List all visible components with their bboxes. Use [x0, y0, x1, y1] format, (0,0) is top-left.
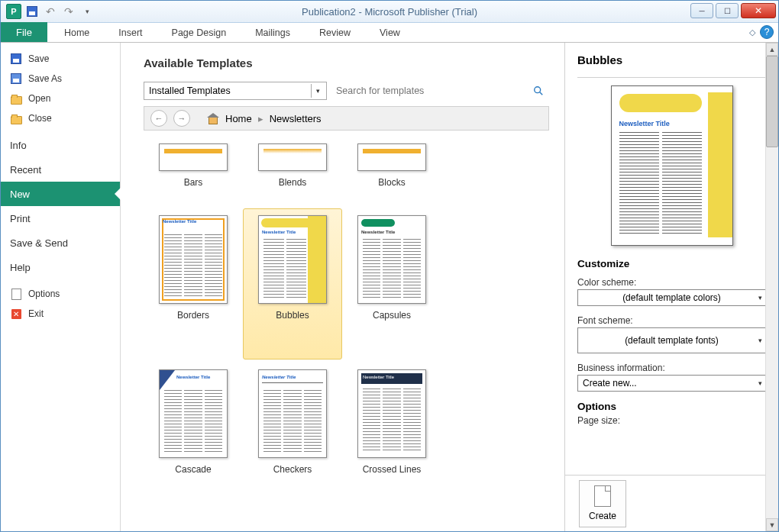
minimize-button[interactable]: ─	[690, 3, 713, 18]
create-button[interactable]: Create	[579, 480, 626, 527]
window-controls: ─ ☐ ✕	[690, 3, 776, 18]
nav-new[interactable]: New	[1, 182, 120, 206]
nav-label: Options	[28, 289, 60, 299]
tab-home[interactable]: Home	[52, 24, 102, 42]
template-thumb: Newsletter Title	[258, 369, 327, 458]
template-bubbles[interactable]: Newsletter Title Bubbles	[243, 208, 342, 360]
close-button[interactable]: ✕	[741, 3, 776, 18]
preview-title: Bubbles	[577, 53, 766, 66]
scroll-thumb[interactable]	[766, 56, 778, 147]
template-label: Blends	[279, 177, 307, 188]
nav-close[interactable]: Close	[1, 108, 120, 128]
chevron-down-icon: ▾	[758, 294, 762, 301]
preview-panel: Bubbles Newsletter Title Customize Color…	[564, 43, 778, 531]
right-scrollbar[interactable]: ▲ ▼	[765, 43, 778, 531]
dropdown-value: (default template colors)	[622, 292, 721, 303]
preview-newsletter-title: Newsletter Title	[619, 120, 670, 127]
qat-undo-button[interactable]: ↶	[42, 3, 59, 20]
maximize-button[interactable]: ☐	[716, 3, 739, 18]
font-scheme-label: Font scheme:	[577, 315, 766, 326]
svg-line-1	[540, 92, 543, 95]
file-tab[interactable]: File	[1, 22, 47, 42]
tab-mailings[interactable]: Mailings	[243, 24, 302, 42]
templates-panel: Available Templates Installed Templates …	[121, 43, 564, 531]
nav-exit[interactable]: ✕Exit	[1, 304, 120, 324]
template-borders[interactable]: Newsletter Title Borders	[144, 208, 243, 360]
template-thumb: Newsletter Title	[159, 215, 228, 304]
backstage-content: Available Templates Installed Templates …	[121, 43, 778, 531]
dropdown-value: Installed Templates	[149, 85, 231, 96]
color-scheme-dropdown[interactable]: (default template colors) ▾	[577, 289, 766, 306]
search-input[interactable]	[336, 85, 532, 96]
titlebar: P ↶ ↷ ▾ Publication2 - Microsoft Publish…	[1, 1, 778, 23]
nav-options[interactable]: Options	[1, 284, 120, 304]
chevron-down-icon: ▾	[758, 379, 762, 387]
create-strip: Create	[565, 475, 778, 531]
nav-info[interactable]: Info	[1, 133, 120, 157]
template-source-dropdown[interactable]: Installed Templates ▾	[144, 82, 327, 100]
nav-recent[interactable]: Recent	[1, 157, 120, 182]
options-heading: Options	[577, 401, 766, 412]
nav-save-as[interactable]: Save As	[1, 69, 120, 89]
breadcrumb: ← → Home ▸ Newsletters	[144, 106, 549, 131]
template-blocks[interactable]: Blocks	[342, 137, 441, 201]
nav-label: Exit	[28, 308, 44, 319]
nav-open[interactable]: Open	[1, 89, 120, 108]
template-label: Crossed Lines	[363, 464, 422, 475]
template-bars[interactable]: Bars	[144, 137, 243, 201]
template-label: Cascade	[175, 464, 211, 475]
qat-redo-button[interactable]: ↷	[60, 3, 77, 20]
scroll-down-button[interactable]: ▼	[766, 518, 778, 531]
breadcrumb-current[interactable]: Newsletters	[270, 113, 322, 124]
tab-review[interactable]: Review	[307, 24, 363, 42]
template-label: Borders	[177, 310, 209, 321]
help-button[interactable]: ?	[760, 25, 774, 39]
nav-help[interactable]: Help	[1, 255, 120, 279]
template-label: Blocks	[378, 177, 405, 188]
qat-save-button[interactable]	[24, 3, 40, 20]
font-scheme-dropdown[interactable]: (default template fonts) ▾	[577, 327, 766, 353]
template-thumb: Newsletter Title	[357, 369, 426, 458]
templates-grid-scroll[interactable]: Bars Blends Blocks	[144, 137, 549, 531]
search-icon[interactable]	[532, 85, 545, 97]
template-thumb	[258, 143, 327, 171]
template-cascade[interactable]: Newsletter Title Cascade	[144, 363, 243, 488]
backstage-view: Save Save As Open Close Info Recent New …	[1, 43, 778, 531]
template-capsules[interactable]: Newsletter Title Capsules	[342, 208, 441, 360]
window-title: Publication2 - Microsoft Publisher (Tria…	[1, 6, 778, 18]
nav-label: Close	[28, 113, 52, 124]
qat-customize-button[interactable]: ▾	[79, 3, 95, 20]
tab-view[interactable]: View	[367, 24, 412, 42]
template-thumb: Newsletter Title	[159, 369, 228, 458]
template-checkers[interactable]: Newsletter Title Checkers	[243, 363, 342, 488]
create-label: Create	[589, 511, 616, 521]
template-search-row: Installed Templates ▾	[144, 82, 549, 100]
template-thumb: Newsletter Title	[357, 215, 426, 304]
business-info-dropdown[interactable]: Create new... ▾	[577, 375, 766, 392]
nav-print[interactable]: Print	[1, 206, 120, 231]
template-crossed-lines[interactable]: Newsletter Title Crossed Lines	[342, 363, 441, 488]
chevron-down-icon: ▾	[311, 84, 325, 98]
tab-page-design[interactable]: Page Design	[160, 24, 239, 42]
app-icon[interactable]: P	[5, 3, 22, 20]
scroll-up-button[interactable]: ▲	[766, 43, 778, 56]
tab-insert[interactable]: Insert	[106, 24, 154, 42]
nav-save[interactable]: Save	[1, 49, 120, 69]
available-templates-heading: Available Templates	[144, 56, 549, 69]
page-size-label: Page size:	[577, 415, 766, 426]
template-blends[interactable]: Blends	[243, 137, 342, 201]
nav-forward-button[interactable]: →	[173, 110, 190, 127]
template-label: Checkers	[273, 464, 312, 475]
dropdown-value: Create new...	[583, 378, 637, 389]
template-preview: Newsletter Title	[611, 85, 733, 246]
nav-label: Save	[28, 53, 49, 64]
nav-back-button[interactable]: ←	[150, 110, 167, 127]
app-window: P ↶ ↷ ▾ Publication2 - Microsoft Publish…	[0, 0, 779, 532]
breadcrumb-home[interactable]: Home	[225, 113, 252, 124]
nav-save-send[interactable]: Save & Send	[1, 231, 120, 255]
template-thumb	[357, 143, 426, 171]
breadcrumb-sep: ▸	[258, 113, 263, 124]
template-search-box	[331, 82, 549, 100]
ribbon-minimize-icon[interactable]: ◇	[749, 27, 755, 37]
home-icon[interactable]	[207, 113, 219, 124]
